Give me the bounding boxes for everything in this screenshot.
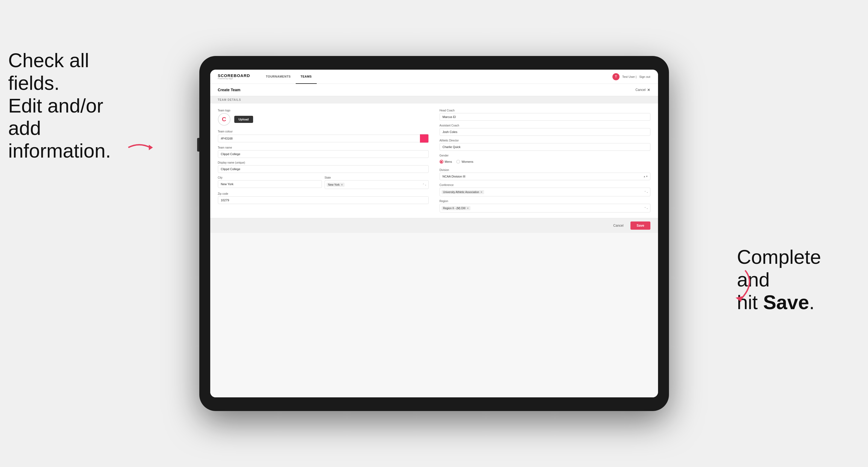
close-icon[interactable]: ✕	[647, 88, 650, 92]
arrow-right-icon	[723, 268, 762, 306]
conference-field: Conference University Athletic Associati…	[440, 184, 650, 196]
assistant-coach-input[interactable]	[440, 128, 650, 136]
division-select[interactable]: NCAA Division III	[440, 173, 650, 180]
sign-out-link[interactable]: Sign out	[639, 75, 650, 79]
form-left: Team logo C Upload Team colour	[218, 109, 429, 213]
annotation-left: Check all fields. Edit and/or add inform…	[8, 49, 106, 162]
brand-title: SCOREBOARD	[218, 73, 250, 77]
gender-label: Gender	[440, 154, 650, 157]
form-right: Head Coach Assistant Coach Athletic Dire…	[440, 109, 650, 213]
cancel-button[interactable]: Cancel	[609, 221, 628, 230]
conference-label: Conference	[440, 184, 650, 187]
team-colour-input[interactable]	[218, 135, 420, 142]
team-name-field: Team name	[218, 146, 429, 158]
state-field: State New York ✕ ⌃⌄	[324, 176, 429, 189]
gender-mens-option[interactable]: Mens	[440, 160, 452, 164]
head-coach-field: Head Coach	[440, 109, 650, 121]
gender-field: Gender Mens Womens	[440, 154, 650, 165]
division-select-wrap: NCAA Division III ▲▼	[440, 173, 650, 180]
form-footer: Cancel Save	[210, 218, 658, 233]
color-field-wrap	[218, 134, 429, 143]
conference-tag-close[interactable]: ✕	[480, 191, 483, 194]
page-title: Create Team	[218, 88, 241, 92]
content-area: Create Team Cancel ✕ TEAM DETAILS Team l…	[210, 84, 658, 397]
form-grid: Team logo C Upload Team colour	[218, 109, 650, 213]
section-header: TEAM DETAILS	[210, 96, 658, 103]
zip-label: Zip code	[218, 192, 429, 195]
gender-womens-radio[interactable]	[456, 160, 460, 164]
tablet-device: SCOREBOARD Powered by clippi TOURNAMENTS…	[199, 56, 669, 411]
tablet-screen: SCOREBOARD Powered by clippi TOURNAMENTS…	[210, 70, 658, 397]
conference-tag: University Athletic Association ✕	[441, 190, 484, 194]
navbar-right: T Test User | Sign out	[613, 73, 650, 80]
head-coach-input[interactable]	[440, 113, 650, 121]
region-field: Region Region II - (M) DIII ✕ ⌃⌄	[440, 199, 650, 213]
form-area: Team logo C Upload Team colour	[210, 103, 658, 218]
division-label: Division	[440, 168, 650, 172]
brand: SCOREBOARD Powered by clippi	[218, 73, 250, 80]
state-tag-value: New York	[328, 183, 340, 186]
assistant-coach-field: Assistant Coach	[440, 124, 650, 136]
upload-button[interactable]: Upload	[234, 116, 253, 123]
svg-marker-0	[149, 145, 153, 150]
state-tag-field[interactable]: New York ✕ ⌃⌄	[324, 180, 429, 189]
region-dropdown-arrow: ⌃⌄	[644, 207, 649, 210]
state-label: State	[324, 176, 429, 179]
region-tag: Region II - (M) DIII ✕	[441, 206, 470, 210]
navbar: SCOREBOARD Powered by clippi TOURNAMENTS…	[210, 70, 658, 84]
athletic-director-field: Athletic Director	[440, 139, 650, 151]
page-header: Create Team Cancel ✕	[210, 84, 658, 96]
athletic-director-input[interactable]	[440, 143, 650, 151]
conference-dropdown-arrow: ⌃⌄	[644, 191, 649, 193]
nav-tournaments[interactable]: TOURNAMENTS	[261, 70, 296, 84]
division-field: Division NCAA Division III ▲▼	[440, 168, 650, 180]
arrow-left-icon	[126, 139, 158, 156]
cancel-close-btn[interactable]: Cancel ✕	[636, 88, 650, 92]
conference-tag-field[interactable]: University Athletic Association ✕ ⌃⌄	[440, 188, 650, 196]
nav-teams[interactable]: TEAMS	[296, 70, 317, 84]
gender-mens-radio[interactable]	[440, 160, 443, 164]
logo-area: C Upload	[218, 113, 429, 126]
user-label: Test User |	[622, 75, 637, 79]
team-colour-field: Team colour	[218, 130, 429, 143]
region-tag-field[interactable]: Region II - (M) DIII ✕ ⌃⌄	[440, 204, 650, 213]
brand-subtitle: Powered by clippi	[218, 77, 250, 80]
cancel-label: Cancel	[636, 88, 646, 92]
team-colour-label: Team colour	[218, 130, 429, 133]
region-tag-close[interactable]: ✕	[467, 207, 469, 210]
user-avatar: T	[613, 73, 620, 80]
team-logo-field: Team logo C Upload	[218, 109, 429, 127]
display-name-input[interactable]	[218, 165, 429, 173]
state-tag: New York ✕	[327, 183, 345, 187]
zip-input[interactable]	[218, 196, 429, 204]
city-input[interactable]	[218, 180, 322, 188]
athletic-director-label: Athletic Director	[440, 139, 650, 142]
zip-code-field: Zip code	[218, 192, 429, 204]
head-coach-label: Head Coach	[440, 109, 650, 112]
color-swatch[interactable]	[420, 134, 429, 143]
logo-circle: C	[218, 113, 230, 126]
state-dropdown-arrow: ⌃⌄	[423, 183, 427, 186]
gender-womens-label: Womens	[461, 160, 473, 163]
nav-links: TOURNAMENTS TEAMS	[261, 70, 613, 84]
svg-marker-1	[736, 296, 742, 302]
region-tag-value: Region II - (M) DIII	[443, 207, 466, 210]
city-state-field: City State New York ✕	[218, 176, 429, 189]
save-button[interactable]: Save	[630, 221, 650, 230]
gender-radio-group: Mens Womens	[440, 158, 650, 165]
display-name-label: Display name (unique)	[218, 161, 429, 164]
city-state-row: City State New York ✕	[218, 176, 429, 189]
display-name-field: Display name (unique)	[218, 161, 429, 173]
state-tag-close[interactable]: ✕	[341, 183, 343, 186]
team-name-input[interactable]	[218, 150, 429, 158]
conference-tag-value: University Athletic Association	[443, 191, 479, 194]
tablet-side-button	[197, 138, 199, 152]
gender-mens-label: Mens	[445, 160, 452, 163]
team-logo-label: Team logo	[218, 109, 429, 112]
assistant-coach-label: Assistant Coach	[440, 124, 650, 127]
city-field: City	[218, 176, 322, 189]
gender-womens-option[interactable]: Womens	[456, 160, 473, 164]
team-name-label: Team name	[218, 146, 429, 149]
region-label: Region	[440, 199, 650, 203]
city-label: City	[218, 176, 322, 179]
